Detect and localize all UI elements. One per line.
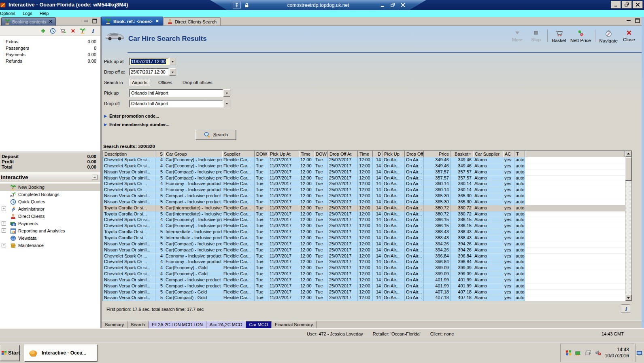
column-header-ac[interactable]: AC xyxy=(503,151,514,157)
bottom-tab-financial-summary[interactable]: Financial Summary xyxy=(272,321,317,328)
results-row[interactable]: Chevrolet Spark Or si...4Car(Economy) - … xyxy=(103,265,625,271)
results-row[interactable]: Nissan Versa Or simil...5Car(Compact) - … xyxy=(103,289,625,295)
sidebar-item-completed-bookings[interactable]: Completed Bookings xyxy=(0,191,100,198)
nett-price-button[interactable]: Nett Price xyxy=(568,28,593,43)
results-row[interactable]: Nissan Versa Or simil...5Car(Compact) - … xyxy=(103,241,625,247)
basket-button[interactable]: Basket xyxy=(550,28,568,43)
rdp-restore-button[interactable] xyxy=(391,3,395,7)
session-icon[interactable] xyxy=(585,350,591,356)
column-header-d[interactable]: D xyxy=(373,151,383,157)
search-in-option-drop-off-offices[interactable]: Drop off offices xyxy=(180,79,215,86)
membership-number-expander[interactable]: ▶ Enter membership number... xyxy=(104,120,642,129)
show-desktop-icon[interactable] xyxy=(635,344,643,362)
promotion-code-expander[interactable]: ▶ Enter promotion code... xyxy=(104,112,642,120)
results-row[interactable]: Chevrolet Spark Or ...4Economy - Inclusi… xyxy=(103,259,625,265)
expand-plus-icon[interactable]: + xyxy=(2,207,6,211)
panel-maximize-icon[interactable] xyxy=(92,19,97,23)
window-close-button[interactable] xyxy=(633,1,643,8)
delete-icon[interactable] xyxy=(70,28,76,34)
results-row[interactable]: Nissan Versa Or simil...5Car(Compact) - … xyxy=(103,247,625,253)
taskbar-task-interactive[interactable]: Interactive - Ocea... xyxy=(24,344,97,361)
results-row[interactable]: Toyota Corolla Or si...5Intermediate - I… xyxy=(103,229,625,235)
menu-item-help[interactable]: Help xyxy=(36,11,53,16)
expand-plus-icon[interactable]: + xyxy=(2,221,6,226)
dropoff-at-dropdown-button[interactable] xyxy=(169,68,176,76)
results-row[interactable]: Nissan Versa Or simil...5Car(Compact) - … xyxy=(103,169,625,175)
results-row[interactable]: Nissan Versa Or simil...5Car(Compact) - … xyxy=(103,175,625,182)
results-row[interactable]: Chevrolet Spark Or ...4Economy - Inclusi… xyxy=(103,253,625,260)
clock-globe-icon[interactable] xyxy=(50,28,56,34)
scrollbar-thumb[interactable] xyxy=(625,157,631,181)
window-restore-button[interactable] xyxy=(622,1,632,8)
panel-minimize-icon[interactable] xyxy=(626,18,631,23)
expand-plus-icon[interactable]: + xyxy=(2,228,6,233)
scroll-down-button[interactable] xyxy=(625,295,631,301)
column-header-dow[interactable]: DOW xyxy=(255,151,268,157)
column-header-basket[interactable]: Basket xyxy=(451,151,473,157)
column-header-time[interactable]: Time xyxy=(358,151,373,157)
tab-booking-contents[interactable]: Booking contents ✕ xyxy=(1,17,56,25)
vertical-scrollbar[interactable] xyxy=(625,151,631,301)
basket-go-icon[interactable] xyxy=(60,28,66,34)
pickup-at-field[interactable]: 11/07/2017 12:00 xyxy=(129,58,169,65)
app-grid-icon[interactable] xyxy=(565,350,572,356)
results-row[interactable]: Toyota Corolla Or si...5Car(Intermediate… xyxy=(103,205,625,211)
column-header-price[interactable]: Price xyxy=(424,151,451,157)
search-button[interactable]: Search xyxy=(196,130,236,140)
results-row[interactable]: Toyota Corolla Or si...5Car(Intermediate… xyxy=(103,211,625,217)
column-header-drop-off[interactable]: Drop Off xyxy=(405,151,424,157)
expand-plus-icon[interactable]: + xyxy=(2,243,6,247)
dropoff-at-field[interactable]: 25/07/2017 12:00 xyxy=(129,68,169,76)
dropoff-combo-dropdown-button[interactable] xyxy=(223,100,230,107)
column-header-pick-up[interactable]: Pick Up xyxy=(383,151,405,157)
bottom-tab-search[interactable]: Search xyxy=(128,321,149,328)
column-header-supplier[interactable]: Supplier xyxy=(222,151,255,157)
column-header-pick-up-at[interactable]: Pick Up At xyxy=(268,151,299,157)
menu-item-options[interactable]: Options xyxy=(0,11,19,16)
sidebar-item-direct-clients[interactable]: Direct Clients xyxy=(0,213,100,220)
window-minimize-button[interactable] xyxy=(611,1,621,8)
results-row[interactable]: Nissan Versa Or simil...5Car(Compact) - … xyxy=(103,295,625,301)
results-row[interactable]: Chevrolet Spark Or si...4Car(Economy) - … xyxy=(103,223,625,229)
bottom-tab-summary[interactable]: Summary xyxy=(102,321,128,328)
rdp-close-button[interactable] xyxy=(401,3,405,7)
column-header-car-supplier[interactable]: Car Supplier xyxy=(473,151,503,157)
info-icon[interactable]: i xyxy=(90,28,96,34)
info-button[interactable]: i xyxy=(621,304,630,313)
column-header-dow[interactable]: DOW xyxy=(314,151,328,157)
column-header-s[interactable]: S xyxy=(155,151,164,157)
close-icon[interactable]: ✕ xyxy=(155,19,159,24)
results-row[interactable]: Chevrolet Spark Or si...4Car(Economy) - … xyxy=(103,157,625,163)
column-header-drop-off-at[interactable]: Drop Off At xyxy=(328,151,358,157)
results-row[interactable]: Chevrolet Spark Or ...4Economy - Inclusi… xyxy=(103,181,625,187)
column-header-car-group[interactable]: Car Group xyxy=(164,151,222,157)
close-icon[interactable]: ✕ xyxy=(49,19,52,24)
panel-minimize-icon[interactable] xyxy=(83,19,88,23)
navigate-button[interactable]: Navigate xyxy=(597,28,620,43)
column-header-description[interactable]: Description xyxy=(103,151,155,157)
search-in-option-offices[interactable]: Offices xyxy=(156,79,174,86)
results-row[interactable]: Nissan Versa Or simil...5Compact - Inclu… xyxy=(103,199,625,205)
bottom-tab-acc-2a-2c-mco[interactable]: Acc 2A,2C MCO xyxy=(206,321,246,328)
pickup-combo-dropdown-button[interactable] xyxy=(223,89,230,97)
tab-book-ref-none-[interactable]: Book. ref.: <none>✕ xyxy=(101,17,163,25)
results-row[interactable]: Chevrolet Spark Or si...4Car(Economy) - … xyxy=(103,217,625,223)
results-row[interactable]: Nissan Versa Or simil...5Compact - Inclu… xyxy=(103,283,625,289)
menu-item-logs[interactable]: Logs xyxy=(19,11,36,16)
network-icon[interactable] xyxy=(575,350,582,356)
panel-maximize-icon[interactable] xyxy=(635,18,640,23)
dropoff-combo[interactable]: Orlando Intl Airport xyxy=(129,100,223,108)
tab-direct-clients-search[interactable]: Direct Clients Search xyxy=(163,17,221,25)
sidebar-item-viewdata[interactable]: Viewdata xyxy=(0,234,100,242)
bottom-tab-car-mco[interactable]: Car MCO xyxy=(246,321,272,328)
muted-speaker-icon[interactable] xyxy=(595,350,601,356)
add-icon[interactable] xyxy=(40,28,46,34)
close-button[interactable]: Close xyxy=(620,28,638,43)
results-row[interactable]: Nissan Versa Or simil...5Compact - Inclu… xyxy=(103,277,625,283)
bottom-tab-flt-2a-2c-lon-mco-lon[interactable]: Flt 2A,2C LON MCO LON xyxy=(149,321,206,328)
start-button[interactable]: Start xyxy=(0,345,19,361)
pickup-combo[interactable]: Orlando Intl Airport xyxy=(129,89,223,97)
results-row[interactable]: Nissan Versa Or simil...5Compact - Inclu… xyxy=(103,193,625,199)
rdp-minimize-button[interactable] xyxy=(380,3,385,7)
scroll-up-button[interactable] xyxy=(625,151,631,157)
